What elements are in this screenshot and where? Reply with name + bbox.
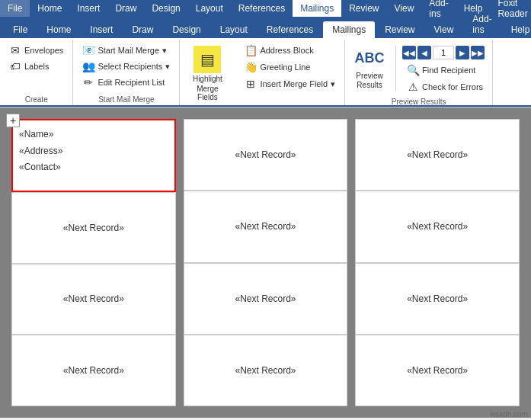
label-cell-2-4: «Next Record»: [184, 335, 348, 406]
group-start-mail-merge: 📧 Start Mail Merge ▾ 👥 Select Recipients…: [73, 40, 180, 105]
recipients-icon: 👥: [82, 60, 94, 72]
tab-addins[interactable]: Add-ins: [463, 11, 501, 38]
preview-inner: ABC Preview Results ◀◀ ◀ ▶ ▶▶: [350, 43, 488, 95]
check-for-errors-button[interactable]: ⚠ Check for Errors: [402, 79, 488, 95]
label-cell-2-1: «Next Record»: [184, 119, 348, 191]
record-1-4: «Next Record»: [18, 341, 169, 399]
ribbon: File Home Insert Draw Design Layout Refe…: [0, 17, 531, 107]
preview-results-label: Preview Results: [392, 95, 446, 106]
label-cell-3-4: «Next Record»: [355, 335, 520, 406]
menu-view[interactable]: View: [387, 0, 422, 17]
menu-review[interactable]: Review: [341, 0, 386, 17]
tab-review[interactable]: Review: [376, 21, 424, 38]
envelopes-button[interactable]: ✉ Envelopes: [5, 43, 68, 58]
menu-layout[interactable]: Layout: [188, 0, 231, 17]
record-2-4: «Next Record»: [190, 341, 341, 399]
record-3-4: «Next Record»: [362, 341, 513, 399]
find-icon: 🔍: [407, 64, 419, 76]
label-cell-1-3: «Next Record»: [11, 264, 176, 335]
mail-merge-icon: 📧: [82, 44, 94, 56]
group-preview-results: ABC Preview Results ◀◀ ◀ ▶ ▶▶: [345, 40, 493, 105]
merge-dropdown-icon: ▾: [331, 79, 335, 89]
menu-addins[interactable]: Add-ins: [421, 0, 456, 17]
label-cell-3-2: «Next Record»: [355, 191, 520, 262]
write-insert-right: 📋 Address Block 👋 Greeting Line ⊞ Insert…: [240, 43, 340, 91]
edit-list-icon: ✏: [82, 76, 94, 88]
find-recipient-button[interactable]: 🔍 Find Recipient: [402, 63, 488, 78]
start-mail-merge-button[interactable]: 📧 Start Mail Merge ▾: [78, 43, 174, 58]
label-cell-2-2: «Next Record»: [184, 191, 348, 262]
address-block-button[interactable]: 📋 Address Block: [240, 43, 340, 58]
write-insert-items: ▤ Highlight Merge Fields 📋 Address Block…: [184, 43, 340, 104]
create-label: Create: [25, 92, 48, 104]
record-3-3: «Next Record»: [362, 270, 513, 328]
nav-page-input[interactable]: [433, 46, 454, 59]
label-column-1: «Name» «Address» «Contact» «Next Record»…: [11, 119, 176, 406]
tab-help[interactable]: Help: [502, 21, 531, 38]
greeting-line-button[interactable]: 👋 Greeting Line: [240, 59, 340, 75]
tab-insert[interactable]: Insert: [81, 21, 122, 38]
menu-insert[interactable]: Insert: [69, 0, 107, 17]
nav-last-button[interactable]: ▶▶: [471, 46, 485, 59]
menu-references[interactable]: References: [231, 0, 293, 17]
label-cell-3-3: «Next Record»: [355, 263, 520, 335]
menu-file[interactable]: File: [0, 0, 30, 17]
record-2-2: «Next Record»: [190, 197, 341, 255]
start-mail-merge-items: 📧 Start Mail Merge ▾ 👥 Select Recipients…: [78, 43, 174, 92]
group-write-insert: ▤ Highlight Merge Fields 📋 Address Block…: [180, 40, 345, 105]
select-recipients-button[interactable]: 👥 Select Recipients ▾: [78, 59, 174, 74]
nav-controls: ◀◀ ◀ ▶ ▶▶: [402, 46, 488, 59]
tab-references[interactable]: References: [258, 21, 322, 38]
tab-home[interactable]: Home: [37, 21, 80, 38]
document-area: + «Name» «Address» «Contact» «Next Recor…: [0, 107, 531, 418]
record-2-3: «Next Record»: [190, 270, 341, 328]
label-column-3: «Next Record» «Next Record» «Next Record…: [355, 119, 520, 406]
highlight-icon: ▤: [194, 46, 221, 73]
tab-bar: File Home Insert Draw Design Layout Refe…: [0, 17, 531, 38]
label-icon: 🏷: [9, 60, 21, 72]
edit-recipient-list-button[interactable]: ✏ Edit Recipient List: [78, 75, 174, 90]
preview-results-button[interactable]: ABC Preview Results: [350, 43, 389, 93]
highlight-button[interactable]: ▤ Highlight Merge Fields: [184, 43, 230, 104]
group-create: ✉ Envelopes 🏷 Labels Create: [0, 40, 73, 105]
record-1-3: «Next Record»: [18, 271, 169, 329]
tab-file[interactable]: File: [4, 21, 37, 38]
insert-merge-field-button[interactable]: ⊞ Insert Merge Field ▾: [240, 76, 340, 91]
menu-design[interactable]: Design: [144, 0, 187, 17]
menu-draw[interactable]: Draw: [107, 0, 144, 17]
label-cell-3-1: «Next Record»: [355, 119, 520, 191]
address-block-icon: 📋: [245, 44, 257, 56]
record-1-2: «Next Record»: [18, 199, 169, 257]
greeting-icon: 👋: [245, 61, 257, 73]
record-3-1: «Next Record»: [362, 126, 513, 184]
nav-first-button[interactable]: ◀◀: [402, 46, 416, 59]
field-address: «Address»: [19, 143, 168, 160]
label-column-2: «Next Record» «Next Record» «Next Record…: [184, 119, 348, 406]
merge-field-icon: ⊞: [245, 78, 257, 90]
create-items: ✉ Envelopes 🏷 Labels: [5, 43, 68, 92]
tab-view[interactable]: View: [425, 21, 463, 38]
preview-icon: ABC: [357, 46, 382, 70]
start-mail-merge-label: Start Mail Merge: [98, 92, 154, 104]
table-add-icon[interactable]: +: [6, 114, 20, 127]
record-2-1: «Next Record»: [190, 126, 341, 184]
menu-mailings[interactable]: Mailings: [293, 0, 341, 17]
label-cell-1-2: «Next Record»: [11, 192, 176, 264]
separator2: [395, 46, 396, 91]
tab-design[interactable]: Design: [163, 21, 210, 38]
watermark: wsxdn.com: [490, 410, 528, 418]
preview-right: ◀◀ ◀ ▶ ▶▶ 🔍 Find Recipient ⚠ Check for E…: [402, 43, 488, 95]
nav-next-button[interactable]: ▶: [456, 46, 469, 59]
field-contact: «Contact»: [19, 159, 168, 176]
labels-button[interactable]: 🏷 Labels: [5, 59, 68, 74]
label-cell-1-4: «Next Record»: [11, 335, 176, 406]
ribbon-content: ✉ Envelopes 🏷 Labels Create 📧 Start Mail…: [0, 38, 531, 107]
tab-layout[interactable]: Layout: [211, 21, 257, 38]
tab-draw[interactable]: Draw: [123, 21, 162, 38]
nav-prev-button[interactable]: ◀: [417, 46, 431, 59]
menu-home[interactable]: Home: [30, 0, 69, 17]
label-cell-2-3: «Next Record»: [184, 263, 348, 335]
tab-mailings[interactable]: Mailings: [323, 21, 375, 38]
envelope-icon: ✉: [9, 44, 21, 56]
field-name: «Name»: [19, 127, 168, 143]
